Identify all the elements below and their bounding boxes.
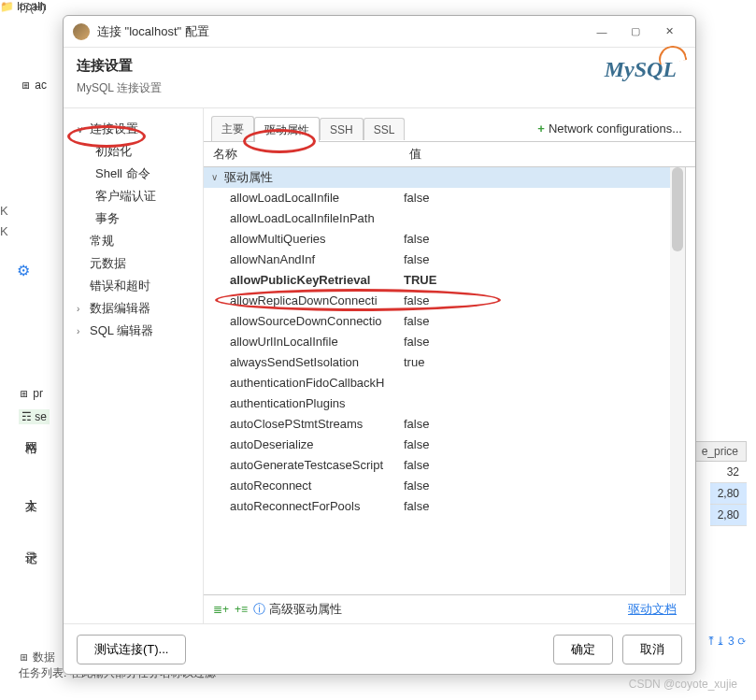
nav-item[interactable]: 错误和超时: [69, 275, 203, 297]
property-value[interactable]: false: [400, 291, 685, 311]
tab-SSL[interactable]: SSL: [364, 118, 406, 140]
property-row[interactable]: allowSourceDownConnectiofalse: [204, 311, 685, 332]
nav-item-label: 事务: [95, 210, 120, 227]
nav-item[interactable]: 元数据: [69, 252, 203, 275]
nav-item-label: 客户端认证: [95, 188, 156, 205]
driver-docs-link[interactable]: 驱动文档: [628, 601, 677, 618]
add-row-icon[interactable]: +≡: [235, 603, 248, 616]
tab-SSH[interactable]: SSH: [320, 118, 364, 140]
nav-item-label: 数据编辑器: [90, 300, 150, 317]
test-connection-button[interactable]: 测试连接(T)...: [77, 635, 186, 664]
nav-item-label: 常规: [90, 233, 114, 250]
nav-item[interactable]: ›SQL 编辑器: [69, 320, 203, 342]
col-value-header: 值: [400, 142, 695, 166]
bg-k1: K: [0, 204, 8, 218]
footer-text: 高级驱动属性: [269, 601, 342, 618]
plus-icon: +: [537, 121, 545, 136]
scrollbar[interactable]: [670, 167, 685, 594]
property-name: alwaysSendSetIsolation: [204, 352, 400, 373]
property-name: allowLoadLocalInfileInPath: [204, 208, 400, 229]
property-value[interactable]: false: [400, 311, 685, 332]
property-name: autoReconnectForPools: [204, 496, 400, 517]
property-row[interactable]: authenticationPlugins: [204, 393, 685, 414]
scrollbar-thumb[interactable]: [672, 167, 683, 251]
property-body[interactable]: ∨驱动属性allowLoadLocalInfilefalseallowLoadL…: [204, 167, 685, 532]
property-name: autoReconnect: [204, 476, 400, 496]
nav-tree: ∨连接设置初始化Shell 命令客户端认证事务 常规 元数据 错误和超时›数据编…: [64, 108, 204, 623]
tab-驱动属性[interactable]: 驱动属性: [254, 117, 320, 142]
property-value[interactable]: TRUE: [400, 270, 685, 291]
property-value[interactable]: false: [400, 496, 685, 517]
property-columns-header: 名称 值: [204, 142, 695, 167]
right-pane: 主要驱动属性SSHSSL+Network configurations... 名…: [204, 108, 695, 623]
property-row[interactable]: allowMultiQueriesfalse: [204, 229, 685, 250]
bg-col-header: e_price: [693, 441, 747, 462]
connection-dialog: 连接 "localhost" 配置 — ▢ ✕ 连接设置 MySQL 连接设置 …: [63, 15, 696, 675]
close-button[interactable]: ✕: [652, 19, 686, 45]
nav-item[interactable]: 客户端认证: [69, 185, 203, 207]
property-row[interactable]: allowReplicaDownConnectifalse: [204, 291, 685, 311]
mysql-logo-icon: MySQL: [605, 57, 682, 82]
maximize-button[interactable]: ▢: [619, 19, 652, 45]
property-row[interactable]: allowNanAndInffalse: [204, 250, 685, 270]
nav-item[interactable]: 初始化: [69, 140, 203, 163]
cancel-button[interactable]: 取消: [622, 635, 682, 664]
property-value[interactable]: [400, 208, 685, 229]
chevron-down-icon: ∨: [211, 167, 224, 188]
col-name-header: 名称: [204, 142, 400, 166]
add-icon[interactable]: ≣+: [213, 603, 229, 616]
property-name: allowUrlInLocalInfile: [204, 332, 400, 352]
property-value[interactable]: false: [400, 188, 685, 208]
property-row[interactable]: allowPublicKeyRetrievalTRUE: [204, 270, 685, 291]
property-name: allowReplicaDownConnecti: [204, 291, 400, 311]
property-row[interactable]: autoGenerateTestcaseScriptfalse: [204, 455, 685, 476]
property-value[interactable]: [400, 393, 685, 414]
minimize-button[interactable]: —: [585, 19, 619, 45]
nav-item[interactable]: ∨连接设置: [69, 118, 203, 140]
property-group[interactable]: ∨驱动属性: [204, 167, 685, 188]
property-name: allowMultiQueries: [204, 229, 400, 250]
tab-主要[interactable]: 主要: [211, 116, 254, 141]
nav-item-label: 元数据: [90, 255, 126, 272]
nav-item[interactable]: Shell 命令: [69, 163, 203, 185]
chevron-icon: ›: [77, 326, 90, 336]
bg-pager[interactable]: ⤒⤓ 3 ⟳: [706, 635, 747, 648]
property-value[interactable]: false: [400, 435, 685, 455]
nav-item[interactable]: 常规: [69, 230, 203, 252]
property-footer: ≣+ +≡ ⓘ 高级驱动属性 驱动文档: [204, 594, 686, 623]
property-value[interactable]: false: [400, 332, 685, 352]
dialog-footer: 测试连接(T)... 确定 取消: [64, 623, 695, 674]
property-name: authenticationPlugins: [204, 393, 400, 414]
header-subtitle: MySQL 连接设置: [77, 80, 162, 96]
nav-item[interactable]: ›数据编辑器: [69, 297, 203, 320]
network-config-button[interactable]: +Network configurations...: [537, 121, 682, 136]
title-bar: 连接 "localhost" 配置 — ▢ ✕: [64, 16, 695, 48]
bg-pr: 🗉 pr: [19, 387, 43, 400]
property-name: autoGenerateTestcaseScript: [204, 455, 400, 476]
ok-button[interactable]: 确定: [553, 635, 613, 664]
property-value[interactable]: false: [400, 229, 685, 250]
property-value[interactable]: false: [400, 250, 685, 270]
property-row[interactable]: allowLoadLocalInfileInPath: [204, 208, 685, 229]
property-value[interactable]: false: [400, 414, 685, 435]
chevron-icon: ›: [77, 304, 90, 314]
property-value[interactable]: false: [400, 476, 685, 496]
bg-se: ☶ se: [19, 409, 50, 424]
property-row[interactable]: allowUrlInLocalInfilefalse: [204, 332, 685, 352]
property-row[interactable]: autoClosePStmtStreamsfalse: [204, 414, 685, 435]
property-row[interactable]: autoDeserializefalse: [204, 435, 685, 455]
nav-item[interactable]: 事务: [69, 207, 203, 230]
property-value[interactable]: false: [400, 455, 685, 476]
nav-item-label: 错误和超时: [90, 278, 150, 294]
property-name: allowSourceDownConnectio: [204, 311, 400, 332]
property-value[interactable]: [400, 373, 685, 393]
property-value[interactable]: true: [400, 352, 685, 373]
property-row[interactable]: allowLoadLocalInfilefalse: [204, 188, 685, 208]
property-row[interactable]: alwaysSendSetIsolationtrue: [204, 352, 685, 373]
property-row[interactable]: autoReconnectfalse: [204, 476, 685, 496]
property-name: autoClosePStmtStreams: [204, 414, 400, 435]
property-row[interactable]: autoReconnectForPoolsfalse: [204, 496, 685, 517]
property-name: allowPublicKeyRetrieval: [204, 270, 400, 291]
window-buttons: — ▢ ✕: [585, 19, 686, 45]
property-row[interactable]: authenticationFidoCallbackH: [204, 373, 685, 393]
